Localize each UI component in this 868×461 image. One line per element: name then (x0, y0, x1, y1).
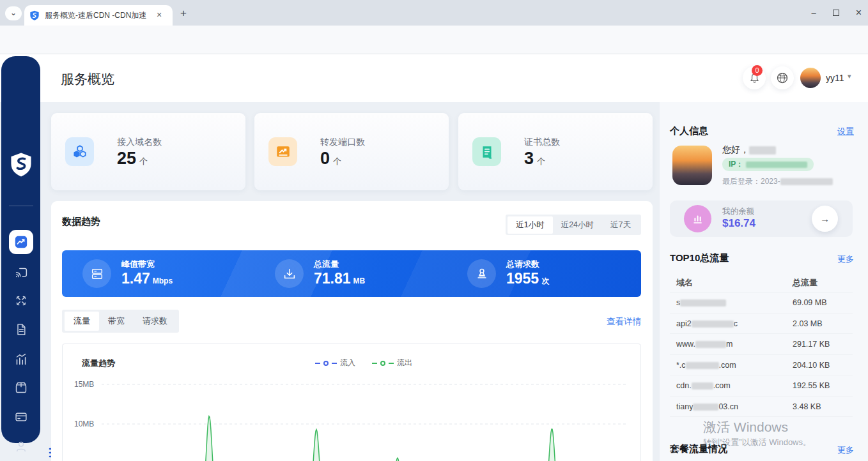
language-button[interactable] (771, 66, 794, 89)
ports-monitor-icon (268, 137, 297, 166)
domain-suffix: c (734, 319, 738, 328)
sidebar-item-billing[interactable] (9, 405, 33, 429)
domains-cubes-icon (65, 137, 94, 166)
y-axis-tick-15mb: 15MB (74, 380, 94, 389)
user-avatar[interactable] (800, 68, 821, 88)
window-minimize-button[interactable]: – (811, 8, 816, 18)
notification-badge: 0 (752, 65, 763, 76)
traffic-value: 291.17 KB (793, 340, 830, 349)
legend-line (389, 363, 394, 364)
package-section-title: 套餐流量情况 (670, 443, 727, 455)
table-row[interactable]: s 69.09 MB (670, 292, 853, 314)
balance-card[interactable]: 我的余额 $16.74 → (670, 200, 853, 237)
y-axis-tick-10mb: 10MB (74, 419, 94, 428)
table-row[interactable]: *.c.com 204.10 KB (670, 355, 853, 376)
legend-label: 流入 (340, 358, 355, 368)
new-tab-button[interactable]: + (180, 8, 187, 19)
legend-ring (323, 361, 329, 366)
chart-title: 流量趋势 (82, 358, 115, 369)
data-trend-panel: 数据趋势 近1小时 近24小时 近7天 峰值带宽 1.47Mbps (51, 201, 653, 461)
tab-bandwidth[interactable]: 带宽 (99, 312, 134, 331)
cast-icon (15, 266, 28, 280)
windows-activation-watermark-line1: 激活 Windows (703, 418, 788, 436)
balance-amount: $16.74 (722, 217, 756, 230)
sidebar-item-nodes[interactable] (9, 289, 33, 313)
window-close-button[interactable]: × (856, 7, 862, 19)
dashboard-trend-icon (14, 235, 28, 249)
stat-value: 3 (524, 149, 534, 168)
browser-toolbar: ← → ⟳ cdn.sudun.com/users/#/cdn/dashboar… (0, 26, 868, 54)
tab-last-1h[interactable]: 近1小时 (508, 216, 552, 234)
metric-value: 1955 (506, 270, 539, 287)
balance-arrow-button[interactable]: → (812, 206, 838, 232)
stat-label: 证书总数 (524, 137, 560, 148)
ip-address-pill: IP： (722, 158, 814, 171)
chevron-down-icon[interactable]: ▾ (848, 72, 851, 80)
profile-avatar (672, 146, 712, 185)
traffic-value: 204.10 KB (793, 361, 830, 370)
redacted-login-time (780, 178, 833, 185)
legend-inflow[interactable]: 流入 (315, 358, 355, 368)
sidebar-item-dashboard[interactable] (9, 230, 33, 254)
top10-more-link[interactable]: 更多 (837, 253, 854, 265)
tab-last-24h[interactable]: 近24小时 (553, 216, 602, 234)
stat-card-ports: 转发端口数 0个 (254, 113, 449, 190)
metric-label: 总请求数 (506, 259, 539, 270)
sidebar-item-packages[interactable] (9, 375, 33, 400)
stat-value: 0 (320, 149, 330, 168)
top10-title: TOP10总流量 (670, 252, 729, 264)
column-header-traffic: 总流量 (793, 277, 818, 289)
domain-prefix: cdn. (676, 381, 692, 390)
view-details-link[interactable]: 查看详情 (607, 316, 641, 328)
tab-search-button[interactable]: ⌄ (5, 6, 22, 20)
table-row[interactable]: cdn..com 192.55 KB (670, 375, 853, 397)
table-row[interactable]: www.m 291.17 KB (670, 334, 853, 355)
username[interactable]: yy11 (826, 73, 844, 83)
favicon-shield-icon (29, 10, 40, 20)
window-maximize-button[interactable] (833, 10, 839, 16)
browser-tab[interactable]: 服务概览-速盾CDN -CDN加速 × (24, 5, 173, 26)
package-more-link[interactable]: 更多 (837, 444, 854, 456)
app-logo-shield-icon (10, 152, 32, 178)
sidebar-item-account[interactable] (9, 434, 33, 458)
metric-unit: Mbps (153, 276, 173, 285)
traffic-value: 69.09 MB (793, 298, 827, 307)
metric-unit: MB (353, 276, 366, 285)
card-icon (15, 411, 27, 423)
tab-requests[interactable]: 请求数 (134, 312, 176, 331)
sidebar-divider (9, 206, 33, 206)
table-row[interactable]: tiany03.cn 3.48 KB (670, 397, 853, 418)
table-row[interactable]: api2c 2.03 MB (670, 314, 853, 335)
redacted-domain (692, 382, 713, 389)
tab-traffic[interactable]: 流量 (65, 312, 99, 331)
domain-suffix: 03.cn (718, 402, 738, 411)
tab-last-7d[interactable]: 近7天 (602, 216, 639, 234)
metric-label: 峰值带宽 (121, 259, 155, 270)
domain-prefix: *.c (676, 361, 686, 370)
last-login: 最后登录：2023- (722, 176, 833, 187)
redacted-domain (680, 299, 726, 306)
metric-unit: 次 (541, 276, 549, 285)
tab-close-icon[interactable]: × (153, 10, 165, 21)
table-header-row: 域名 总流量 (670, 271, 853, 292)
stat-unit: 个 (139, 156, 148, 166)
sidebar-item-documents[interactable] (9, 317, 33, 342)
sidebar-item-statistics[interactable] (9, 347, 33, 371)
trend-section-title: 数据趋势 (62, 216, 100, 228)
legend-line (332, 363, 337, 364)
burst-node-icon (15, 294, 27, 307)
redacted-domain (692, 321, 734, 328)
summary-banner: 峰值带宽 1.47Mbps 总流量 71.81MB 总请求数 (62, 250, 641, 297)
tab-title: 服务概览-速盾CDN -CDN加速 (45, 10, 153, 21)
chart-legend: 流入 流出 (315, 358, 412, 368)
legend-ring (380, 361, 385, 366)
stat-unit: 个 (537, 156, 545, 166)
legend-label: 流出 (397, 358, 412, 368)
legend-outflow[interactable]: 流出 (372, 358, 412, 368)
top10-table: 域名 总流量 s 69.09 MB api2c 2.03 MB www.m 29… (670, 271, 853, 417)
legend-line (315, 363, 320, 364)
sidebar-item-cdn[interactable] (9, 261, 33, 285)
requests-stamp-icon (467, 259, 496, 288)
settings-link[interactable]: 设置 (837, 126, 854, 137)
traffic-chart-plot (98, 379, 628, 461)
